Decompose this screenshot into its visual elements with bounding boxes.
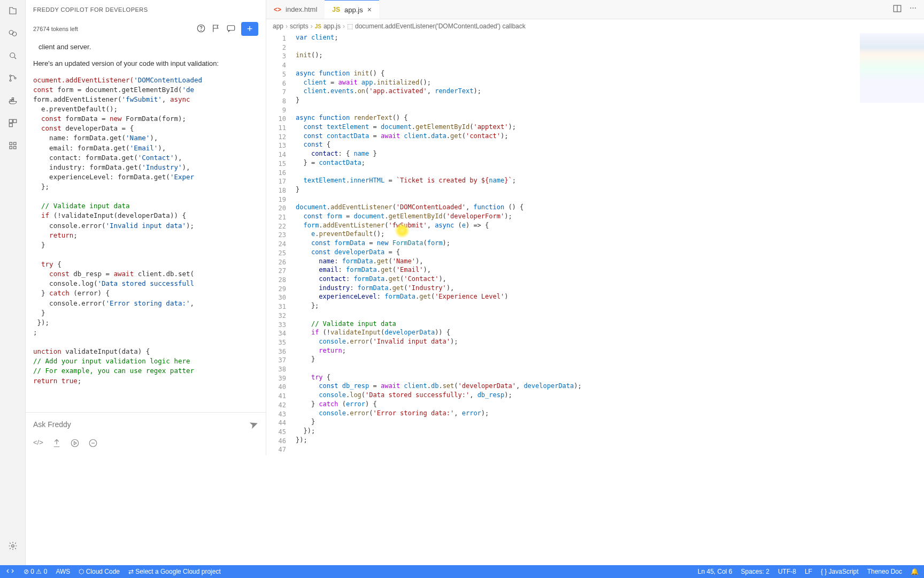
status-cloud[interactable]: ⬡ Cloud Code: [79, 568, 120, 575]
minus-icon[interactable]: [88, 438, 98, 450]
svg-rect-9: [9, 119, 12, 123]
chat-paragraph: Here's an updated version of your code w…: [33, 59, 258, 69]
line-gutter: 1234567891011121314151617181920212223242…: [266, 33, 296, 578]
more-icon[interactable]: ⋯: [910, 4, 917, 15]
svg-point-20: [71, 439, 79, 447]
chat-line: client and server.: [38, 42, 258, 52]
docker-icon[interactable]: [6, 94, 19, 107]
svg-point-4: [10, 80, 11, 81]
chat-code-block: ocument.addEventListener('DOMContentLoad…: [33, 75, 258, 386]
ai-copilot-icon[interactable]: [6, 27, 19, 40]
send-icon[interactable]: ➤: [247, 417, 260, 432]
chat-body[interactable]: client and server. Here's an updated ver…: [26, 39, 266, 412]
split-editor-icon[interactable]: [892, 4, 902, 15]
svg-rect-8: [12, 98, 13, 100]
chat-input-area: ➤ </>: [26, 412, 266, 455]
code-content[interactable]: var client; init(); async function init(…: [296, 33, 924, 578]
freddy-panel: FREDDY COPILOT FOR DEVELOPERS 27674 toke…: [26, 0, 266, 455]
remote-icon[interactable]: [5, 566, 15, 577]
breadcrumb[interactable]: app› scripts› JS app.js› ⬚ document.addE…: [266, 19, 924, 33]
svg-point-16: [11, 545, 14, 547]
extensions-icon[interactable]: [6, 117, 19, 130]
svg-point-2: [10, 53, 14, 58]
svg-point-1: [12, 32, 17, 36]
help-icon[interactable]: [196, 24, 206, 34]
status-eol[interactable]: LF: [805, 568, 812, 575]
search-icon[interactable]: [6, 49, 19, 62]
status-lang[interactable]: { } JavaScript: [821, 568, 859, 575]
status-spaces[interactable]: Spaces: 2: [741, 568, 769, 575]
breadcrumb-item[interactable]: document.addEventListener('DOMContentLoa…: [355, 22, 526, 30]
minimap[interactable]: [860, 33, 924, 103]
svg-rect-11: [9, 124, 12, 127]
settings-icon[interactable]: [6, 539, 19, 552]
svg-point-3: [10, 75, 11, 77]
status-gcloud[interactable]: ⇄ Select a Google Cloud project: [128, 568, 221, 575]
status-bell-icon[interactable]: 🔔: [911, 568, 919, 575]
svg-rect-19: [227, 26, 235, 31]
status-errors[interactable]: ⊘ 0 ⚠ 0: [24, 568, 47, 575]
tab-label: index.html: [286, 5, 317, 13]
tab-app-js[interactable]: JS app.js ×: [325, 0, 379, 19]
panel-title: FREDDY COPILOT FOR DEVELOPERS: [26, 0, 266, 19]
breadcrumb-item[interactable]: scripts: [290, 22, 309, 30]
chat-icon[interactable]: [226, 24, 236, 34]
status-aws[interactable]: AWS: [56, 568, 70, 575]
chat-input[interactable]: [33, 420, 249, 429]
svg-point-5: [14, 78, 16, 79]
explorer-icon[interactable]: [6, 4, 19, 17]
svg-rect-12: [10, 142, 12, 145]
activity-bar: [0, 0, 26, 578]
status-bar: ⊘ 0 ⚠ 0 AWS ⬡ Cloud Code ⇄ Select a Goog…: [0, 565, 924, 578]
upload-icon[interactable]: [52, 438, 61, 450]
status-ln-col[interactable]: Ln 45, Col 6: [698, 568, 733, 575]
tab-bar: <> index.html JS app.js × ⋯: [266, 0, 924, 19]
svg-rect-15: [13, 147, 16, 149]
play-icon[interactable]: [70, 438, 80, 450]
breadcrumb-item[interactable]: app: [273, 22, 283, 30]
status-encoding[interactable]: UTF-8: [778, 568, 796, 575]
status-theneo[interactable]: Theneo Doc: [867, 568, 902, 575]
editor-area: <> index.html JS app.js × ⋯ app› scripts…: [266, 0, 924, 578]
svg-rect-10: [13, 119, 16, 123]
svg-point-18: [201, 30, 202, 31]
svg-rect-13: [13, 142, 16, 145]
code-icon[interactable]: </>: [33, 438, 43, 450]
tab-index-html[interactable]: <> index.html: [266, 0, 325, 19]
svg-rect-14: [10, 147, 12, 149]
token-count: 27674 tokens left: [33, 26, 78, 32]
breadcrumb-item[interactable]: app.js: [324, 22, 341, 30]
grid-icon[interactable]: [6, 139, 19, 152]
source-control-icon[interactable]: [6, 72, 19, 85]
tab-close-icon[interactable]: ×: [367, 5, 372, 14]
new-chat-button[interactable]: +: [241, 22, 258, 36]
flag-icon[interactable]: [211, 24, 221, 34]
tab-label: app.js: [344, 6, 363, 14]
